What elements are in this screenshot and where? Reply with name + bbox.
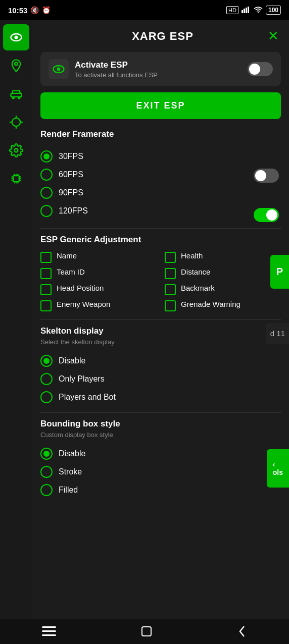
svg-rect-34 — [42, 634, 56, 636]
skelton-label-disable: Disable — [59, 356, 85, 365]
checkbox-health[interactable]: Health — [165, 251, 281, 263]
sidebar-item-settings[interactable] — [3, 137, 29, 164]
fps-radio-120[interactable] — [40, 205, 53, 217]
sidebar-item-chip[interactable] — [3, 166, 29, 192]
fps-radio-30[interactable] — [40, 150, 53, 163]
checkbox-box-enemyweapon[interactable] — [40, 300, 52, 311]
close-button[interactable]: ✕ — [268, 28, 279, 44]
fps-toggle-60[interactable] — [254, 169, 279, 183]
bounding-radio-filled[interactable] — [40, 484, 53, 496]
skelton-option-only-players[interactable]: Only Players — [40, 370, 281, 388]
alarm-icon: ⏰ — [42, 6, 51, 14]
svg-point-9 — [12, 97, 14, 99]
bounding-box-section: Bounding box style Custom display box st… — [40, 419, 281, 499]
skelton-subtitle: Select the skelton display — [40, 338, 281, 346]
skelton-title: Skelton display — [40, 326, 281, 336]
fps-radio-60[interactable] — [40, 169, 53, 181]
svg-rect-3 — [248, 7, 249, 13]
skelton-option-disable[interactable]: Disable — [40, 352, 281, 370]
hd-badge: HD — [226, 6, 238, 14]
svg-rect-0 — [242, 10, 243, 13]
skelton-option-players-bot[interactable]: Players and Bot — [40, 388, 281, 406]
fps-toggle-120[interactable] — [254, 208, 279, 222]
status-bar: 10:53 🔇 ⏰ HD 100 — [0, 0, 289, 20]
mute-icon: 🔇 — [30, 6, 39, 14]
bounding-radio-stroke[interactable] — [40, 466, 53, 478]
checkbox-label-name: Name — [57, 251, 77, 261]
checkbox-teamid[interactable]: Team ID — [40, 267, 157, 279]
sidebar — [0, 20, 32, 619]
fps-option-30[interactable]: 30FPS — [40, 147, 254, 166]
activate-esp-card: Activate ESP To activate all functions E… — [40, 52, 281, 86]
checkbox-box-backmark[interactable] — [165, 284, 176, 295]
bounding-option-filled[interactable]: Filled — [40, 481, 281, 499]
bounding-box-title: Bounding box style — [40, 419, 281, 429]
render-framerate-title: Render Framerate — [40, 129, 281, 139]
checkbox-headposition[interactable]: Head Position — [40, 283, 157, 295]
activate-esp-toggle[interactable] — [248, 62, 273, 76]
partial-overlay-p: P — [270, 255, 289, 289]
wifi-icon — [254, 6, 263, 15]
skelton-radio-players-bot[interactable] — [40, 391, 53, 403]
fps-radios: 30FPS 60FPS 90FPS 120FPS — [40, 147, 254, 220]
bottom-spacer — [40, 499, 281, 509]
partial-overlay-d11: d 11 — [266, 323, 289, 344]
bounding-radio-disable[interactable] — [40, 448, 53, 460]
checkbox-box-distance[interactable] — [165, 268, 176, 279]
nav-menu-icon[interactable] — [42, 626, 56, 636]
checkbox-box-headposition[interactable] — [40, 284, 52, 295]
checkbox-distance[interactable]: Distance — [165, 267, 281, 279]
nav-home-icon[interactable] — [140, 625, 153, 637]
checkbox-box-name[interactable] — [40, 252, 52, 263]
skelton-radio-only-players[interactable] — [40, 373, 53, 385]
panel-header: XARG ESP ✕ — [32, 20, 289, 52]
fps-label-60: 60FPS — [59, 170, 83, 179]
svg-rect-1 — [244, 9, 245, 13]
bounding-label-disable: Disable — [59, 449, 85, 458]
fps-option-120[interactable]: 120FPS — [40, 202, 254, 220]
status-left: 10:53 🔇 ⏰ — [8, 6, 51, 15]
checkbox-grenadewarning[interactable]: Grenade Warning — [165, 299, 281, 311]
sidebar-item-location[interactable] — [3, 52, 29, 79]
esp-generic-section: ESP Generic Adjustment Name Health Team … — [40, 235, 281, 311]
skelton-label-only-players: Only Players — [59, 374, 105, 384]
sidebar-item-eye[interactable] — [3, 24, 29, 50]
sidebar-item-crosshair[interactable] — [3, 109, 29, 135]
fps-toggles — [254, 145, 279, 222]
svg-point-4 — [258, 12, 259, 13]
checkbox-enemyweapon[interactable]: Enemy Weapon — [40, 299, 157, 311]
fps-option-60[interactable]: 60FPS — [40, 166, 254, 184]
checkbox-box-health[interactable] — [165, 252, 176, 263]
partial-overlay-tools: ‹ols — [267, 449, 289, 488]
panel-title: XARG ESP — [132, 30, 194, 43]
esp-generic-grid: Name Health Team ID Distance — [40, 251, 281, 311]
bounding-option-disable[interactable]: Disable — [40, 445, 281, 463]
nav-back-icon[interactable] — [237, 624, 247, 638]
divider-3 — [40, 412, 281, 413]
activate-esp-subtitle: To activate all functions ESP — [75, 71, 242, 79]
checkbox-backmark[interactable]: Backmark — [165, 283, 281, 295]
nav-bar — [0, 619, 289, 644]
exit-esp-button[interactable]: EXIT ESP — [40, 92, 281, 119]
sidebar-item-car[interactable] — [3, 81, 29, 107]
checkbox-label-enemyweapon: Enemy Weapon — [57, 299, 110, 309]
battery-icon: 100 — [266, 6, 281, 15]
checkbox-label-teamid: Team ID — [57, 267, 85, 277]
fps-label-90: 90FPS — [59, 188, 83, 197]
activate-esp-icon — [49, 59, 69, 79]
checkbox-box-grenadewarning[interactable] — [165, 300, 176, 311]
checkbox-box-teamid[interactable] — [40, 268, 52, 279]
checkbox-name[interactable]: Name — [40, 251, 157, 263]
bounding-box-subtitle: Custom display box style — [40, 431, 281, 439]
signal-icon — [242, 6, 251, 15]
svg-point-31 — [57, 68, 61, 71]
fps-option-90[interactable]: 90FPS — [40, 184, 254, 202]
bounding-label-stroke: Stroke — [59, 467, 82, 476]
fps-radio-90[interactable] — [40, 187, 53, 199]
svg-point-16 — [15, 149, 18, 152]
esp-generic-title: ESP Generic Adjustment — [40, 235, 281, 245]
bounding-option-stroke[interactable]: Stroke — [40, 463, 281, 481]
svg-point-10 — [18, 97, 20, 99]
skelton-radio-disable[interactable] — [40, 355, 53, 367]
svg-rect-8 — [11, 93, 22, 97]
